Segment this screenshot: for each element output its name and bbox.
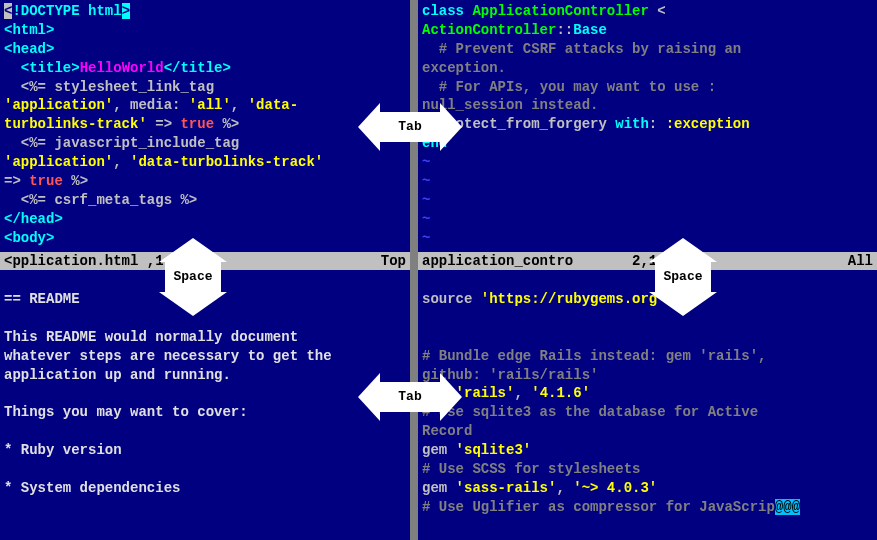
editor-content-tl: <!DOCTYPE html><html><head> <title>Hello… bbox=[4, 2, 406, 248]
space-arrow-right: Space bbox=[655, 262, 711, 292]
tab-arrow-bottom: Tab bbox=[380, 382, 440, 412]
pane-bottom-right[interactable]: source 'https://rubygems.org' # Bundle e… bbox=[418, 270, 877, 540]
status-file-tr: application_contro bbox=[422, 253, 573, 269]
editor-content-br: source 'https://rubygems.org' # Bundle e… bbox=[422, 290, 873, 517]
status-side-tr: All bbox=[848, 252, 873, 270]
status-side-tl: Top bbox=[381, 252, 406, 270]
status-file-tl: pplication.html bbox=[12, 253, 138, 269]
editor-content-bl: == README This README would normally doc… bbox=[4, 290, 406, 498]
statusbar-tr: application_contro 2,1 All bbox=[418, 252, 877, 270]
space-arrow-left: Space bbox=[165, 262, 221, 292]
tab-arrow-top: Tab bbox=[380, 112, 440, 142]
vertical-divider bbox=[410, 0, 418, 540]
pane-top-left[interactable]: <!DOCTYPE html><html><head> <title>Hello… bbox=[0, 0, 410, 270]
editor-content-tr: class ApplicationController <ActionContr… bbox=[422, 2, 873, 248]
pane-top-right[interactable]: class ApplicationController <ActionContr… bbox=[418, 0, 877, 270]
vim-window-grid: <!DOCTYPE html><html><head> <title>Hello… bbox=[0, 0, 877, 540]
